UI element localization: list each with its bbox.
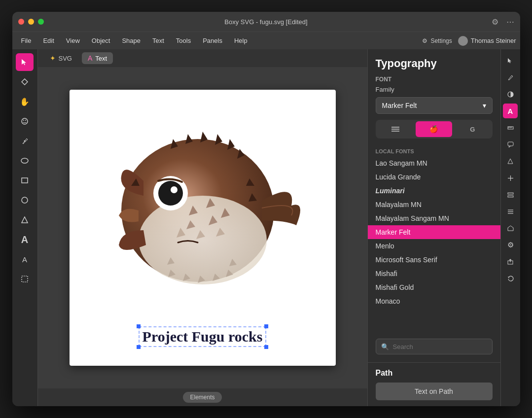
right-tool-export[interactable]: [503, 254, 518, 269]
font-item-malayalam-sangam[interactable]: Malayalam Sangam MN: [368, 211, 500, 225]
elements-button[interactable]: Elements: [183, 392, 221, 403]
svg-rect-6: [22, 178, 28, 183]
right-tool-history[interactable]: [503, 271, 518, 286]
right-tool-contrast[interactable]: [503, 87, 518, 102]
menu-tools[interactable]: Tools: [171, 35, 196, 46]
right-tool-align[interactable]: [503, 204, 518, 219]
font-item-luminari[interactable]: Luminari: [368, 184, 500, 198]
font-item-mishafi-gold[interactable]: Mishafi Gold: [368, 280, 500, 294]
tab-text[interactable]: A Text: [82, 52, 113, 64]
dropdown-chevron-icon: ▾: [483, 102, 486, 109]
menubar-right: ⚙ Settings Thomas Steiner: [422, 36, 516, 46]
user-avatar: [458, 36, 468, 46]
font-item-mishafi[interactable]: Mishafi: [368, 267, 500, 280]
tool-node[interactable]: [16, 73, 34, 91]
tool-text[interactable]: A: [16, 231, 34, 248]
main-content: ✋ A A: [12, 49, 520, 406]
font-item-lucida[interactable]: Lucida Grande: [368, 170, 500, 184]
settings-sliders-icon: ⚙: [422, 37, 427, 44]
font-list[interactable]: Lao Sangam MN Lucida Grande Luminari Mal…: [368, 156, 500, 335]
source-tab-apple[interactable]: 🍎: [416, 121, 452, 137]
tool-ellipse[interactable]: [16, 152, 34, 170]
tool-pen[interactable]: [16, 132, 34, 150]
close-button[interactable]: [18, 19, 24, 25]
font-source-tabs: 🍎 G: [376, 120, 493, 139]
tool-text-small[interactable]: A: [16, 250, 34, 268]
source-tab-google[interactable]: G: [454, 121, 491, 137]
canvas[interactable]: Project Fugu rocks: [70, 90, 336, 366]
font-item-menlo[interactable]: Menlo: [368, 239, 500, 253]
minimize-button[interactable]: [28, 19, 34, 25]
panel-title: Typography: [376, 57, 493, 70]
right-tool-comment[interactable]: [503, 137, 518, 152]
svg-point-4: [24, 140, 25, 141]
source-tab-list[interactable]: [377, 121, 414, 137]
settings-label: Settings: [430, 37, 452, 44]
right-tool-ruler[interactable]: [503, 120, 518, 135]
family-label: Family: [376, 86, 493, 93]
selection-handle-br: [264, 345, 268, 349]
svg-marker-58: [508, 226, 513, 231]
font-search-input[interactable]: [393, 343, 487, 350]
left-toolbar: ✋ A A: [12, 49, 38, 406]
tool-select[interactable]: [16, 53, 34, 71]
menu-edit[interactable]: Edit: [38, 35, 59, 46]
search-box[interactable]: 🔍: [376, 339, 493, 354]
extensions-icon[interactable]: ⚙: [492, 17, 498, 27]
menu-help[interactable]: Help: [229, 35, 252, 46]
svg-rect-9: [22, 276, 28, 282]
tool-triangle[interactable]: [16, 211, 34, 229]
menu-object[interactable]: Object: [87, 35, 115, 46]
more-icon[interactable]: ⋯: [506, 17, 514, 27]
right-tool-shapes[interactable]: [503, 154, 518, 169]
bottom-bar: Elements: [38, 388, 367, 406]
selection-handle-tl: [137, 324, 141, 328]
svg-rect-53: [508, 193, 513, 194]
search-icon: 🔍: [381, 343, 389, 350]
svg-point-3: [25, 120, 26, 121]
right-tool-layers[interactable]: [503, 187, 518, 202]
svg-point-39: [171, 186, 177, 193]
tab-svg[interactable]: ✦ SVG: [44, 52, 78, 64]
right-tool-transform[interactable]: [503, 171, 518, 185]
right-tool-paint[interactable]: [503, 70, 518, 85]
right-tool-library[interactable]: [503, 221, 518, 236]
font-item-lao[interactable]: Lao Sangam MN: [368, 156, 500, 170]
right-tool-settings[interactable]: ⚙: [503, 238, 518, 252]
settings-button[interactable]: ⚙ Settings: [422, 37, 452, 44]
text-on-path-button[interactable]: Text on Path: [376, 383, 493, 400]
panel-header: Typography Font Family Marker Felt ▾ 🍎 G: [368, 49, 500, 146]
tool-pan[interactable]: ✋: [16, 93, 34, 110]
font-list-section: LOCAL FONTS Lao Sangam MN Lucida Grande …: [368, 146, 500, 362]
tool-circle[interactable]: [16, 191, 34, 209]
right-tool-select[interactable]: [503, 53, 518, 68]
pufferfish-image: [94, 100, 311, 316]
font-item-malayalam[interactable]: Malayalam MN: [368, 198, 500, 211]
svg-marker-50: [508, 159, 513, 164]
menu-text[interactable]: Text: [147, 35, 169, 46]
font-item-microsoft[interactable]: Microsoft Sans Serif: [368, 253, 500, 267]
canvas-text-element[interactable]: Project Fugu rocks: [139, 326, 267, 347]
right-tool-typography[interactable]: A: [503, 104, 518, 118]
font-item-monaco[interactable]: Monaco: [368, 294, 500, 308]
tab-bar: ✦ SVG A Text: [38, 49, 367, 67]
canvas-text: Project Fugu rocks: [139, 326, 267, 347]
tab-text-label: Text: [95, 55, 107, 62]
local-fonts-label: LOCAL FONTS: [368, 146, 500, 156]
menu-shape[interactable]: Shape: [117, 35, 145, 46]
tool-face[interactable]: [16, 112, 34, 130]
font-family-dropdown[interactable]: Marker Felt ▾: [376, 97, 493, 114]
menu-panels[interactable]: Panels: [198, 35, 227, 46]
user-button[interactable]: Thomas Steiner: [458, 36, 516, 46]
svg-point-5: [21, 158, 28, 163]
tool-crop[interactable]: [16, 270, 34, 288]
menu-view[interactable]: View: [61, 35, 85, 46]
canvas-wrapper[interactable]: Project Fugu rocks: [38, 67, 367, 388]
menubar: File Edit View Object Shape Text Tools P…: [12, 32, 520, 49]
menu-file[interactable]: File: [16, 35, 36, 46]
user-name: Thomas Steiner: [471, 37, 516, 44]
font-item-marker-felt[interactable]: Marker Felt: [368, 225, 500, 239]
fullscreen-button[interactable]: [38, 19, 44, 25]
svg-rect-42: [391, 131, 399, 132]
tool-rect[interactable]: [16, 172, 34, 189]
